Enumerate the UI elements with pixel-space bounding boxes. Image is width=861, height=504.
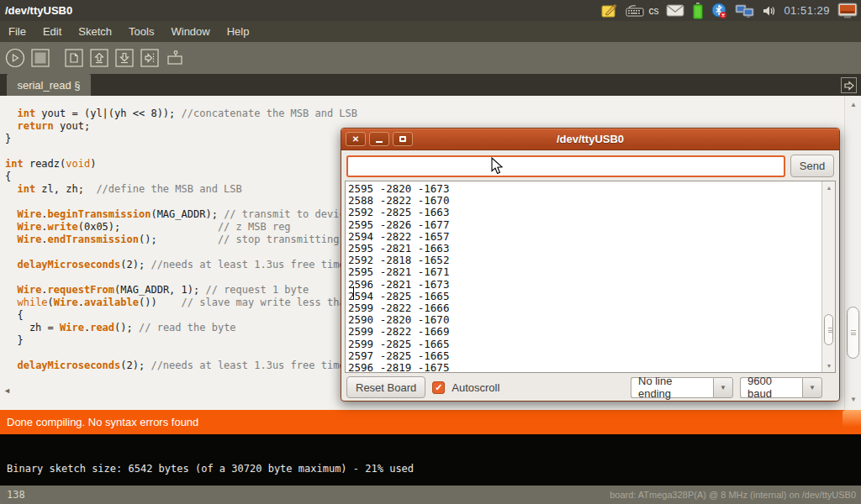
- session-icon[interactable]: [837, 3, 858, 19]
- serial-line: 2595 -2821 -1671: [348, 266, 835, 278]
- system-tray: cs 01:51:29: [601, 3, 861, 19]
- serial-line: 2594 -2825 -1665: [348, 291, 835, 302]
- network-icon[interactable]: [735, 3, 755, 18]
- keyboard-layout-label[interactable]: cs: [648, 5, 658, 17]
- editor-scrollbar-thumb[interactable]: [847, 307, 859, 359]
- menu-item-sketch[interactable]: Sketch: [70, 21, 120, 42]
- serial-line: 2595 -2826 -1677: [348, 219, 835, 231]
- toolbar: [0, 42, 861, 74]
- mouse-cursor-icon: [491, 157, 504, 179]
- scrollbar-down-icon[interactable]: ▼: [822, 363, 836, 369]
- scrollbar-up-icon[interactable]: ▲: [822, 185, 836, 191]
- reset-board-button[interactable]: Reset Board: [346, 376, 425, 398]
- desktop-panel: /dev/ttyUSB0 cs 01:51:29: [0, 0, 861, 21]
- scrollbar-down-icon[interactable]: ▼: [845, 396, 861, 403]
- tab-bar: serial_read §: [0, 74, 861, 96]
- menu-item-edit[interactable]: Edit: [34, 21, 70, 42]
- text-caret: [353, 286, 354, 300]
- chevron-down-icon[interactable]: ▼: [713, 377, 733, 398]
- serial-line: 2595 -2821 -1663: [348, 243, 835, 255]
- serial-line: 2595 -2820 -1673: [348, 183, 835, 195]
- send-button[interactable]: Send: [790, 155, 834, 177]
- message-bar-text: Done compiling. No syntax errors found: [7, 416, 198, 428]
- serial-line: 2599 -2822 -1669: [348, 326, 835, 338]
- editor-scrollbar[interactable]: ▲ ▼: [844, 96, 861, 410]
- console-text: Binary sketch size: 6542 bytes (of a 307…: [7, 463, 414, 475]
- verify-button[interactable]: [5, 48, 25, 68]
- message-bar-cap: [843, 410, 861, 434]
- clock[interactable]: 01:51:29: [784, 4, 830, 17]
- stop-button[interactable]: [30, 48, 50, 68]
- serial-line: 2588 -2822 -1670: [348, 195, 835, 207]
- mail-icon[interactable]: [666, 4, 684, 17]
- serial-line: 2594 -2822 -1657: [348, 231, 835, 243]
- baud-select[interactable]: 9600 baud ▼: [740, 377, 822, 398]
- serial-monitor-titlebar[interactable]: /dev/ttyUSB0 ✕: [341, 129, 839, 150]
- serial-line: 2596 -2821 -1673: [348, 279, 835, 291]
- serial-line: 2599 -2825 -1665: [348, 339, 835, 350]
- status-bar: 138 board: ATmega328P(A) @ 8 MHz (intern…: [0, 486, 861, 504]
- serial-line: 2592 -2818 -1652: [348, 255, 835, 266]
- serial-scrollbar-thumb[interactable]: [824, 314, 833, 345]
- menu-item-help[interactable]: Help: [219, 21, 258, 42]
- menu-item-file[interactable]: File: [0, 21, 34, 42]
- bluetooth-icon[interactable]: [711, 3, 727, 19]
- tab-serial-read[interactable]: serial_read §: [7, 74, 91, 96]
- window-title: /dev/ttyUSB0: [0, 4, 72, 17]
- volume-icon[interactable]: [763, 4, 776, 18]
- serial-input[interactable]: [346, 155, 785, 177]
- serial-monitor-button[interactable]: [165, 48, 185, 68]
- board-info: board: ATmega328P(A) @ 8 MHz (internal) …: [610, 490, 861, 500]
- hscroll-left-arrow[interactable]: ◄: [3, 386, 11, 395]
- serial-output-lines: 2595 -2820 -16732588 -2822 -16702592 -28…: [346, 181, 835, 373]
- message-bar: Done compiling. No syntax errors found: [0, 410, 861, 434]
- save-button[interactable]: [114, 48, 135, 68]
- serial-line: 2592 -2825 -1663: [348, 207, 835, 218]
- serial-line: 2590 -2820 -1670: [348, 314, 835, 326]
- menu-bar: FileEditSketchToolsWindowHelp: [0, 21, 861, 42]
- serial-monitor-window: /dev/ttyUSB0 ✕ Send 2595 -2820 -16732588…: [341, 128, 840, 402]
- battery-icon[interactable]: [692, 3, 704, 19]
- line-ending-select[interactable]: No line ending ▼: [631, 377, 733, 398]
- scrollbar-up-icon[interactable]: ▲: [845, 101, 861, 108]
- code-line: int yout = (yl|(yh << 8)); //concatenate…: [5, 108, 861, 120]
- autoscroll-checkbox[interactable]: ✓: [432, 381, 445, 394]
- serial-line: 2597 -2825 -1665: [348, 350, 835, 362]
- new-button[interactable]: [64, 48, 84, 68]
- menu-item-tools[interactable]: Tools: [120, 21, 162, 42]
- line-ending-value: No line ending: [631, 377, 713, 398]
- tab-label: serial_read §: [17, 79, 80, 92]
- note-icon[interactable]: [601, 3, 618, 18]
- serial-line: 2596 -2819 -1675: [348, 362, 835, 373]
- menu-item-window[interactable]: Window: [162, 21, 218, 42]
- line-number: 138: [0, 489, 25, 501]
- autoscroll-label: Autoscroll: [452, 381, 499, 394]
- chevron-down-icon[interactable]: ▼: [802, 377, 822, 398]
- serial-output-area[interactable]: 2595 -2820 -16732588 -2822 -16702592 -28…: [345, 181, 836, 373]
- screen: /dev/ttyUSB0 cs 01:51:29 FileEditSketchT…: [0, 0, 861, 504]
- console: Binary sketch size: 6542 bytes (of a 307…: [0, 434, 861, 486]
- serial-line: 2599 -2822 -1666: [348, 302, 835, 314]
- tab-menu-button[interactable]: [841, 77, 857, 93]
- serial-monitor-title: /dev/ttyUSB0: [341, 133, 839, 145]
- serial-scrollbar[interactable]: ▲ ▼: [821, 181, 835, 372]
- keyboard-icon[interactable]: [626, 4, 644, 18]
- upload-button[interactable]: [140, 48, 160, 68]
- open-button[interactable]: [89, 48, 109, 68]
- baud-value: 9600 baud: [740, 377, 802, 398]
